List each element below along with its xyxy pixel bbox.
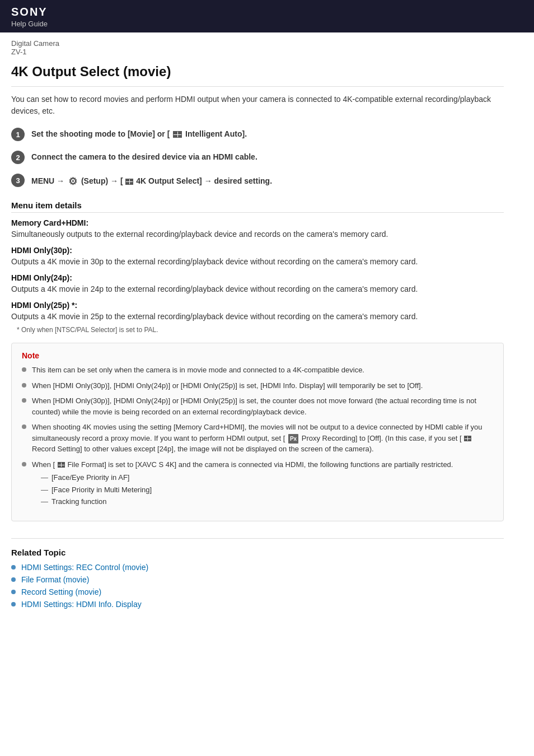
menu-item-desc-1: Simultaneously outputs to the external r… [11,228,504,240]
note-text-1: This item can be set only when the camer… [32,365,364,376]
note-text-5-container: When [ File Format] is set to [XAVC S 4K… [32,459,453,508]
note-text-3: When [HDMI Only(30p)], [HDMI Only(24p)] … [32,395,493,417]
note-item-3: When [HDMI Only(30p)], [HDMI Only(24p)] … [22,395,493,417]
sub-item-2: ― [Face Priority in Multi Metering] [41,484,453,496]
note-bullet-4 [22,424,26,429]
sub-dash-2: ― [41,484,48,496]
note-text-2: When [HDMI Only(30p)], [HDMI Only(24p)] … [32,380,423,391]
main-content: 4K Output Select (movie) You can set how… [0,58,515,629]
step-number-1: 1 [11,128,25,141]
related-link-3[interactable]: Record Setting (movie) [21,587,101,596]
px-icon: Px [288,434,298,444]
menu-details-title: Menu item details [11,200,504,213]
menu-item-desc-3: Outputs a 4K movie in 24p to the externa… [11,283,504,295]
step-text-3: MENU → ⚙ (Setup) → [ 4K Output Select] →… [31,173,272,189]
menu-item-name-4: HDMI Only(25p) *: [11,301,504,310]
footnote: * Only when [NTSC/PAL Selector] is set t… [11,326,504,334]
related-item-2[interactable]: File Format (movie) [11,575,504,584]
related-link-1[interactable]: HDMI Settings: REC Control (movie) [21,563,148,572]
note-list: This item can be set only when the camer… [22,365,493,508]
step-number-2: 2 [11,151,25,164]
sub-text-3: Tracking function [51,496,107,507]
page-title: 4K Output Select (movie) [11,64,504,87]
related-bullet-4 [11,602,16,606]
step-3: 3 MENU → ⚙ (Setup) → [ 4K Output Select]… [11,173,504,189]
related-bullet-2 [11,577,16,582]
menu-item-name-1: Memory Card+HDMI: [11,218,504,227]
sub-dash-1: ― [41,472,48,483]
step-text-1: Set the shooting mode to [Movie] or [ In… [31,127,247,140]
note-box: Note This item can be set only when the … [11,343,504,521]
note-title: Note [22,351,493,360]
menu-item-desc-2: Outputs a 4K movie in 30p to the externa… [11,256,504,268]
step-number-3: 3 [11,174,25,187]
sony-logo: SONY [11,6,523,18]
menu-item-memory-card: Memory Card+HDMI: Simultaneously outputs… [11,218,504,240]
steps-container: 1 Set the shooting mode to [Movie] or [ … [11,127,504,189]
sub-text-1: [Face/Eye Priority in AF] [51,472,129,483]
step-1: 1 Set the shooting mode to [Movie] or [ … [11,127,504,141]
note-item-2: When [HDMI Only(30p)], [HDMI Only(24p)] … [22,380,493,391]
menu-item-name-2: HDMI Only(30p): [11,246,504,255]
note-item-1: This item can be set only when the camer… [22,365,493,376]
breadcrumb: Digital Camera ZV-1 [0,32,534,58]
related-link-2[interactable]: File Format (movie) [21,575,89,584]
step-2: 2 Connect the camera to the desired devi… [11,150,504,164]
menu-item-hdmi-30p: HDMI Only(30p): Outputs a 4K movie in 30… [11,246,504,268]
related-section: Related Topic HDMI Settings: REC Control… [11,538,504,609]
intro-text: You can set how to record movies and per… [11,94,504,117]
help-guide-label: Help Guide [11,20,523,28]
sub-list: ― [Face/Eye Priority in AF] ― [Face Prio… [32,470,453,507]
sub-item-3: ― Tracking function [41,496,453,507]
note-bullet-5 [22,462,26,466]
menu-item-hdmi-25p: HDMI Only(25p) *: Outputs a 4K movie in … [11,301,504,323]
note-item-4: When shooting 4K movies using the settin… [22,422,493,455]
related-item-4[interactable]: HDMI Settings: HDMI Info. Display [11,600,504,609]
note-bullet-3 [22,398,26,403]
sub-text-2: [Face Priority in Multi Metering] [51,484,152,496]
note-item-5: When [ File Format] is set to [XAVC S 4K… [22,459,493,508]
related-bullet-1 [11,565,16,570]
related-item-1[interactable]: HDMI Settings: REC Control (movie) [11,563,504,572]
sub-item-1: ― [Face/Eye Priority in AF] [41,472,453,483]
breadcrumb-line2: ZV-1 [11,48,523,56]
related-title: Related Topic [11,548,504,557]
related-bullet-3 [11,590,16,594]
note-bullet-1 [22,367,26,372]
menu-item-hdmi-24p: HDMI Only(24p): Outputs a 4K movie in 24… [11,273,504,295]
sub-dash-3: ― [41,496,48,507]
related-item-3[interactable]: Record Setting (movie) [11,587,504,596]
note-bullet-2 [22,383,26,388]
breadcrumb-line1: Digital Camera [11,39,523,48]
menu-item-desc-4: Outputs a 4K movie in 25p to the externa… [11,311,504,323]
related-link-4[interactable]: HDMI Settings: HDMI Info. Display [21,600,142,609]
step-text-2: Connect the camera to the desired device… [31,150,257,163]
note-text-5: When [ File Format] is set to [XAVC S 4K… [32,460,453,469]
page-header: SONY Help Guide [0,0,534,32]
note-text-4: When shooting 4K movies using the settin… [32,422,493,455]
menu-item-name-3: HDMI Only(24p): [11,273,504,282]
related-list: HDMI Settings: REC Control (movie) File … [11,563,504,609]
